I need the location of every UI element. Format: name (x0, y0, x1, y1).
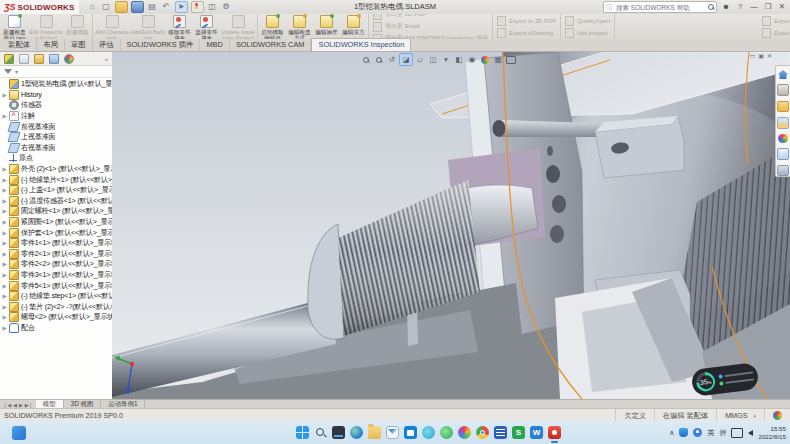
tree-item[interactable]: ▶零件1<1> (默认<<默认>_显示状态 (0, 238, 112, 249)
home-icon[interactable]: ⌂ (87, 2, 98, 12)
undo-icon[interactable]: ↶ (161, 2, 172, 12)
tree-item[interactable]: ▶零件5<1> (默认<<默认>_显示状态 (0, 280, 112, 291)
tree-filter[interactable]: ▾ (0, 66, 112, 78)
zoom-fit-icon[interactable] (360, 54, 372, 65)
tree-item[interactable]: ▶螺母<2> (默认<<默认>_显示状态 (0, 312, 112, 323)
configuration-manager-tab-icon[interactable] (34, 54, 44, 64)
feature-tree-tab-icon[interactable] (4, 54, 14, 64)
export-3d-pdf[interactable]: Export to 3D PDF (497, 16, 556, 26)
save-icon[interactable] (131, 1, 144, 13)
taskbar-widget-icon[interactable] (12, 426, 26, 440)
start-button[interactable] (296, 426, 309, 439)
tree-item[interactable]: ▶紧固圈<1> (默认<<默认>_显示状态 (0, 217, 112, 228)
solidworks-forum-icon[interactable] (777, 165, 789, 176)
task-view-icon[interactable] (332, 426, 345, 439)
tree-item[interactable]: 上视基准面 (0, 132, 112, 143)
tray-shield-icon[interactable] (679, 428, 688, 437)
pin-bore[interactable] (493, 120, 506, 137)
options-gear-icon[interactable]: ⚙ (221, 2, 232, 12)
tree-item[interactable]: ▶保护套<1> (默认<<默认>_显示状态 (0, 227, 112, 238)
cloud-app-icon[interactable] (422, 426, 435, 439)
doc-restore-icon[interactable]: ▭ (750, 52, 756, 59)
tray-chevron-icon[interactable]: ∧ (669, 429, 674, 437)
search-icon[interactable] (708, 4, 714, 10)
quality-xpert[interactable]: QualityXpert (565, 16, 610, 26)
ribbon-button-edit-methods[interactable]: 编辑检查方式 (286, 14, 313, 39)
tab-mbd[interactable]: MBD (200, 39, 229, 51)
tab-layout[interactable]: 布局 (37, 39, 65, 51)
tree-item[interactable]: 右视基准面 (0, 143, 112, 154)
appearances-scenes-icon[interactable] (778, 134, 788, 143)
login-icon[interactable]: ☻ (721, 1, 731, 13)
display-style-icon[interactable]: ◧ (453, 54, 465, 65)
flange-slot[interactable] (547, 146, 553, 156)
graphics-viewport[interactable]: ↺ ◪ ▱ ◫ ▾ ◧ ◉ ▦ ▭ ▣ ✕ (112, 52, 790, 399)
open-icon[interactable] (115, 1, 128, 13)
dimxpert-tab-icon[interactable] (49, 54, 59, 64)
doc-close-icon[interactable]: ✕ (767, 52, 772, 59)
ime-mode-indicator[interactable]: 拼 (719, 428, 726, 438)
help-search-box[interactable]: ⓘ (603, 1, 717, 13)
tree-item[interactable]: ▶(-) 上盖<1> (默认<<默认>_显示状态 (0, 185, 112, 196)
solidworks-logo[interactable]: ƷS SOLIDWORKS (0, 0, 79, 14)
view-settings-icon[interactable] (505, 54, 517, 65)
ribbon-button-select-balloons[interactable]: 选择零件序号 (193, 14, 220, 39)
tree-item-mates[interactable]: ▶配合 (0, 323, 112, 334)
first-tab-icon[interactable]: ❘◀ (3, 402, 11, 408)
tab-cam[interactable]: SOLIDWORKS CAM (230, 39, 312, 51)
export-excel[interactable]: 导出至 Excel (373, 22, 488, 32)
display-manager-tab-icon[interactable] (64, 54, 74, 64)
dynamic-annotation-icon[interactable]: ▱ (414, 54, 426, 65)
tree-item[interactable]: ▶(-) 绝缘垫.step<1> (默认<<默认> (0, 291, 112, 302)
tree-item[interactable]: ▶(-) 绝缘垫片<1> (默认<<默认>_显示 (0, 174, 112, 185)
view-palette-icon[interactable] (777, 117, 789, 128)
new-document-icon[interactable]: ▢ (101, 2, 112, 12)
net-inspect[interactable]: Net-Inspect (565, 28, 610, 38)
prev-tab-icon[interactable]: ◀ (13, 402, 17, 408)
flange-hole[interactable] (550, 225, 564, 243)
help-button[interactable]: ? (735, 1, 745, 13)
restore-button[interactable]: ❐ (763, 1, 773, 13)
design-library-icon[interactable] (777, 84, 789, 95)
custom-properties-icon[interactable] (777, 148, 789, 159)
flange-hole[interactable] (552, 195, 566, 213)
tree-item[interactable]: ▶零件2<2> (默认<<默认>_显示状态 (0, 259, 112, 270)
tab-assembly[interactable]: 装配体 (2, 39, 37, 51)
tab-evaluate[interactable]: 评估 (93, 39, 121, 51)
tree-item[interactable]: 前视基准面 (0, 121, 112, 132)
tray-location-icon[interactable] (693, 428, 702, 437)
performance-icon[interactable] (191, 1, 204, 13)
caret-icon[interactable]: ▾ (440, 54, 452, 65)
ribbon-button-edit-operations[interactable]: 编辑操作 (313, 14, 340, 39)
tree-item[interactable]: ▶零件2<1> (默认<<默认>_显示状态 (0, 249, 112, 260)
tree-item[interactable]: ▶(-) 温度传感器<1> (默认<<默认>_显 (0, 196, 112, 207)
file-explorer-icon[interactable] (777, 101, 789, 112)
taskbar-search-icon[interactable] (314, 426, 327, 439)
recorder-app-icon[interactable] (548, 426, 561, 439)
ribbon-button-edit-inspection[interactable]: Edit Inspection Project (28, 14, 64, 39)
ribbon-button-add-characteristic[interactable]: Add Characteristic (94, 14, 130, 39)
chrome-icon[interactable] (476, 426, 489, 439)
tree-item[interactable]: ▶(-) 垫片 (2)<2> -?(默认<<默认> (0, 301, 112, 312)
tree-item[interactable]: ▶外壳 (2)<1> (默认<<默认>_显示状态 (0, 164, 112, 175)
tree-item[interactable]: ▶固定螺栓<1> (默认<<默认>_显示状态 (0, 206, 112, 217)
tab-sketch[interactable]: 草图 (65, 39, 93, 51)
export-2d-pdf[interactable]: 导出至 2D PDF (373, 14, 488, 20)
property-manager-tab-icon[interactable] (19, 54, 29, 64)
model-canvas[interactable] (112, 52, 790, 399)
tab-inspection[interactable]: SOLIDWORKS Inspection (311, 38, 411, 51)
file-explorer-taskbar-icon[interactable] (368, 426, 381, 439)
previous-view-icon[interactable]: ↺ (386, 54, 398, 65)
ribbon-button-remove-balloons[interactable]: 移除零件序号 (166, 14, 193, 39)
next-tab-icon[interactable]: ▶ (19, 402, 23, 408)
tree-item[interactable]: ▶零件3<1> (默认<<默认>_显示状态 (0, 270, 112, 281)
tree-item[interactable]: ▶注解 (0, 111, 112, 122)
green-app-icon[interactable] (440, 426, 453, 439)
tray-volume-icon[interactable] (748, 430, 753, 436)
ribbon-button-new-inspection[interactable]: 新建检查项目 (amp;M) (1, 14, 28, 39)
close-button[interactable]: ✕ (777, 1, 787, 13)
view-orientation-icon[interactable]: ◫ (427, 54, 439, 65)
last-tab-icon[interactable]: ▶❘ (25, 402, 33, 408)
tree-item[interactable]: 传感器 (0, 100, 112, 111)
wps-icon[interactable]: W (530, 426, 543, 439)
